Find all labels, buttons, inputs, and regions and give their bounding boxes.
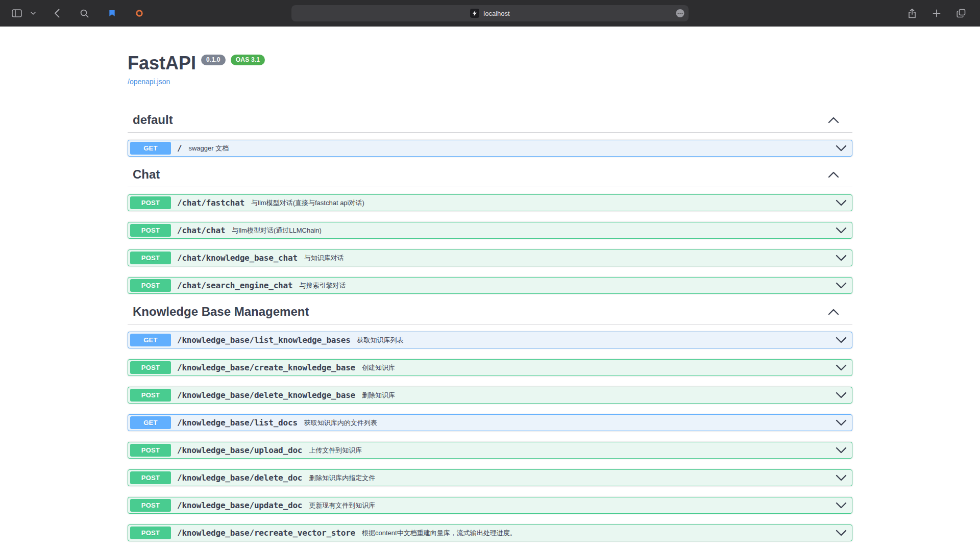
sidebar-toggle-button[interactable] (8, 6, 26, 21)
swagger-wrapper: FastAPI 0.1.0 OAS 3.1 /openapi.json defa… (128, 27, 852, 541)
share-icon (908, 9, 916, 18)
tab-overview-button[interactable] (952, 6, 970, 21)
operation-row[interactable]: GET /knowledge_base/list_knowledge_bases… (128, 332, 852, 348)
chevron-down-icon (836, 282, 847, 290)
operation-summary[interactable]: POST /knowledge_base/recreate_vector_sto… (128, 525, 852, 541)
expand-operation-button[interactable] (836, 336, 850, 344)
method-badge: POST (130, 389, 171, 402)
operation-row[interactable]: POST /knowledge_base/recreate_vector_sto… (128, 524, 852, 541)
section-header[interactable]: Chat (128, 167, 852, 187)
section-operations: GET / swagger 文档 (128, 140, 852, 157)
operation-row[interactable]: POST /knowledge_base/delete_doc 删除知识库内指定… (128, 469, 852, 486)
collapse-section-button[interactable] (828, 308, 839, 315)
chevron-down-icon (836, 364, 847, 372)
back-arrow-icon (54, 9, 60, 18)
expand-operation-button[interactable] (836, 199, 850, 207)
collapse-section-button[interactable] (828, 116, 839, 123)
page-settings-button[interactable] (676, 9, 684, 18)
lightning-icon (472, 10, 477, 16)
section-header[interactable]: default (128, 113, 852, 133)
operation-path: /knowledge_base/upload_doc (177, 445, 302, 455)
pinned-tab-button-1[interactable] (103, 6, 120, 21)
share-button[interactable] (903, 6, 921, 21)
operation-description: 根据content中文档重建向量库，流式输出处理进度。 (362, 529, 517, 538)
operation-row[interactable]: POST /chat/search_engine_chat 与搜索引擎对话 (128, 277, 852, 294)
section-operations: POST /chat/fastchat 与llm模型对话(直接与fastchat… (128, 194, 852, 294)
expand-operation-button[interactable] (836, 391, 850, 399)
chevron-up-icon (828, 308, 839, 315)
search-button[interactable] (76, 6, 93, 21)
operation-path: /knowledge_base/create_knowledge_base (177, 363, 355, 372)
section-operations: GET /knowledge_base/list_knowledge_bases… (128, 332, 852, 541)
chevron-down-icon (836, 474, 847, 482)
openapi-spec-link[interactable]: /openapi.json (128, 78, 170, 86)
chevron-down-icon (836, 529, 847, 537)
section-header[interactable]: Knowledge Base Management (128, 305, 852, 324)
address-bar[interactable]: localhost (291, 5, 689, 21)
sidebar-menu-chevron-button[interactable] (29, 6, 38, 21)
version-badge: 0.1.0 (201, 55, 226, 65)
operation-row[interactable]: POST /chat/chat 与llm模型对话(通过LLMChain) (128, 222, 852, 239)
operation-row[interactable]: GET / swagger 文档 (128, 140, 852, 157)
operation-description: 与搜索引擎对话 (299, 281, 346, 290)
operation-description: 与llm模型对话(通过LLMChain) (232, 226, 322, 235)
back-button[interactable] (48, 6, 65, 21)
expand-operation-button[interactable] (836, 529, 850, 537)
new-tab-button[interactable] (928, 6, 945, 21)
expand-operation-button[interactable] (836, 254, 850, 262)
sections-container: default GET / swagger 文档 Chat (128, 113, 852, 541)
operation-description: 创建知识库 (362, 363, 395, 372)
browser-toolbar: localhost (0, 0, 980, 27)
operation-summary[interactable]: POST /knowledge_base/delete_doc 删除知识库内指定… (128, 470, 852, 486)
operation-summary[interactable]: POST /chat/search_engine_chat 与搜索引擎对话 (128, 278, 852, 293)
collapse-section-button[interactable] (828, 171, 839, 178)
toolbar-left-group (8, 6, 148, 21)
chevron-down-icon (836, 144, 847, 153)
expand-operation-button[interactable] (836, 227, 850, 235)
method-badge: GET (130, 334, 171, 346)
operation-description: 更新现有文件到知识库 (309, 501, 375, 510)
address-text: localhost (483, 10, 509, 17)
expand-operation-button[interactable] (836, 446, 850, 455)
operation-path: /chat/knowledge_base_chat (177, 253, 298, 263)
operation-path: /knowledge_base/list_knowledge_bases (177, 335, 351, 345)
operation-path: /knowledge_base/update_doc (177, 500, 302, 510)
expand-operation-button[interactable] (836, 474, 850, 482)
operation-summary[interactable]: POST /knowledge_base/delete_knowledge_ba… (128, 387, 852, 403)
operation-summary[interactable]: POST /knowledge_base/upload_doc 上传文件到知识库 (128, 442, 852, 458)
operation-row[interactable]: POST /knowledge_base/upload_doc 上传文件到知识库 (128, 442, 852, 459)
operation-row[interactable]: POST /knowledge_base/update_doc 更新现有文件到知… (128, 497, 852, 514)
expand-operation-button[interactable] (836, 364, 850, 372)
swagger-page: FastAPI 0.1.0 OAS 3.1 /openapi.json defa… (0, 27, 980, 551)
operation-summary[interactable]: GET / swagger 文档 (128, 140, 852, 156)
expand-operation-button[interactable] (836, 502, 850, 510)
operation-summary[interactable]: POST /chat/fastchat 与llm模型对话(直接与fastchat… (128, 195, 852, 211)
api-title: FastAPI (128, 52, 196, 74)
operation-path: /chat/fastchat (177, 198, 244, 208)
api-tag-section: default GET / swagger 文档 (128, 113, 852, 157)
operation-summary[interactable]: POST /chat/knowledge_base_chat 与知识库对话 (128, 250, 852, 266)
pinned-tab-button-2[interactable] (131, 6, 148, 21)
expand-operation-button[interactable] (836, 419, 850, 427)
operation-description: swagger 文档 (188, 144, 229, 153)
expand-operation-button[interactable] (836, 144, 850, 153)
operation-summary[interactable]: GET /knowledge_base/list_docs 获取知识库内的文件列… (128, 415, 852, 431)
operation-row[interactable]: POST /knowledge_base/create_knowledge_ba… (128, 359, 852, 376)
operation-summary[interactable]: POST /chat/chat 与llm模型对话(通过LLMChain) (128, 222, 852, 238)
operation-summary[interactable]: GET /knowledge_base/list_knowledge_bases… (128, 332, 852, 348)
expand-operation-button[interactable] (836, 282, 850, 290)
operation-row[interactable]: GET /knowledge_base/list_docs 获取知识库内的文件列… (128, 414, 852, 431)
operation-row[interactable]: POST /knowledge_base/delete_knowledge_ba… (128, 387, 852, 404)
operation-description: 上传文件到知识库 (309, 446, 362, 455)
operation-path: /chat/search_engine_chat (177, 281, 292, 290)
operation-row[interactable]: POST /chat/fastchat 与llm模型对话(直接与fastchat… (128, 194, 852, 211)
method-badge: POST (130, 444, 171, 457)
operation-summary[interactable]: POST /knowledge_base/create_knowledge_ba… (128, 360, 852, 375)
operation-description: 删除知识库内指定文件 (309, 473, 375, 483)
chevron-down-icon (836, 336, 847, 344)
operation-row[interactable]: POST /chat/knowledge_base_chat 与知识库对话 (128, 249, 852, 266)
operation-summary[interactable]: POST /knowledge_base/update_doc 更新现有文件到知… (128, 497, 852, 513)
api-title-row: FastAPI 0.1.0 OAS 3.1 (128, 52, 852, 74)
method-badge: POST (130, 471, 171, 484)
ellipsis-icon (676, 9, 684, 18)
